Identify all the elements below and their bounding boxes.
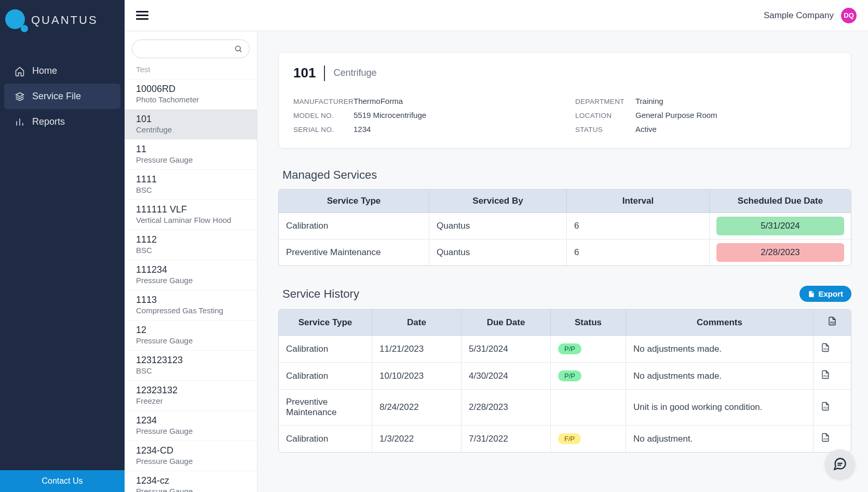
status-label: STATUS bbox=[575, 126, 628, 134]
nav-reports[interactable]: Reports bbox=[4, 109, 120, 135]
table-row: Calibration11/21/20235/31/2024P/PNo adju… bbox=[279, 336, 851, 363]
status: P/P bbox=[551, 336, 626, 363]
service-date: 11/21/2023 bbox=[372, 336, 462, 363]
due-date: 5/31/2024 bbox=[462, 336, 551, 363]
equipment-list-item[interactable]: 101Centrifuge bbox=[125, 109, 257, 139]
equipment-id: 1234 bbox=[136, 415, 246, 426]
status: F/P bbox=[551, 425, 626, 452]
brand-logo: QUANTUS bbox=[0, 0, 125, 43]
table-header: PDF bbox=[813, 310, 851, 336]
pdf-icon[interactable]: PDF bbox=[821, 370, 830, 381]
status-pill: P/P bbox=[558, 370, 581, 381]
location-label: LOCATION bbox=[575, 112, 628, 119]
equipment-id: 1111 bbox=[136, 174, 246, 185]
service-type: Calibration bbox=[279, 336, 372, 363]
serviced-by: Quantus bbox=[429, 213, 567, 240]
table-row: Preventive Maintenance8/24/20222/28/2023… bbox=[279, 390, 851, 425]
equipment-list-item[interactable]: 111111 VLFVertical Laminar Flow Hood bbox=[125, 200, 257, 230]
serviced-by: Quantus bbox=[429, 240, 567, 265]
table-header: Comments bbox=[626, 310, 813, 336]
status-value: Active bbox=[635, 125, 657, 134]
equipment-list-item[interactable]: 111234Pressure Gauge bbox=[125, 260, 257, 290]
manufacturer-value: ThermoForma bbox=[354, 97, 403, 105]
table-header: Date bbox=[372, 310, 462, 336]
nav-label: Service File bbox=[32, 91, 81, 102]
pdf-cell[interactable]: PDF bbox=[813, 363, 851, 390]
equipment-desc: Compressed Gas Testing bbox=[136, 306, 246, 315]
service-type: Preventive Maintenance bbox=[279, 390, 372, 425]
department-value: Training bbox=[635, 97, 663, 105]
comments: No adjustments made. bbox=[626, 336, 813, 363]
equipment-desc: BSC bbox=[136, 366, 246, 375]
equipment-list-item[interactable]: 1112BSC bbox=[125, 230, 257, 260]
table-row: Calibration1/3/20227/31/2022F/PNo adjust… bbox=[279, 425, 851, 452]
equipment-list[interactable]: Test10006RDPhoto Tachometer101Centrifuge… bbox=[125, 64, 257, 492]
table-header: Service Type bbox=[279, 190, 429, 213]
pdf-icon[interactable]: PDF bbox=[821, 402, 830, 413]
pdf-cell[interactable]: PDF bbox=[813, 425, 851, 452]
export-label: Export bbox=[818, 289, 843, 298]
equipment-id: 1113 bbox=[136, 295, 246, 305]
equipment-list-item[interactable]: 123123123BSC bbox=[125, 350, 257, 380]
equipment-id: 11 bbox=[136, 144, 246, 155]
equipment-desc: Vertical Laminar Flow Hood bbox=[136, 216, 246, 224]
svg-text:PDF: PDF bbox=[830, 322, 835, 324]
equipment-id: 1112 bbox=[136, 234, 246, 245]
scheduled-due-date: 5/31/2024 bbox=[710, 213, 851, 240]
status-pill: P/P bbox=[558, 343, 581, 354]
equipment-list-item[interactable]: 10006RDPhoto Tachometer bbox=[125, 79, 257, 109]
equipment-list-item[interactable]: 1113Compressed Gas Testing bbox=[125, 290, 257, 320]
brand-name: QUANTUS bbox=[31, 14, 98, 27]
service-history-title: Service History bbox=[282, 287, 359, 301]
svg-text:PDF: PDF bbox=[823, 438, 828, 441]
equipment-list-item[interactable]: 12323132Freezer bbox=[125, 380, 257, 410]
comments: Unit is in good working condition. bbox=[626, 390, 813, 425]
contact-us-button[interactable]: Contact Us bbox=[0, 470, 125, 492]
nav-service-file[interactable]: Service File bbox=[4, 84, 120, 109]
manufacturer-label: MANUFACTURER bbox=[293, 98, 346, 105]
comments: No adjustment. bbox=[626, 425, 813, 452]
equipment-list-item[interactable]: 1111BSC bbox=[125, 169, 257, 200]
detail-name: Centrifuge bbox=[333, 68, 376, 78]
export-button[interactable]: Export bbox=[799, 286, 851, 302]
equipment-list-item[interactable]: 1234-CDPressure Gauge bbox=[125, 441, 257, 471]
equipment-list-item[interactable]: Test bbox=[125, 65, 257, 79]
status: P/P bbox=[551, 363, 626, 390]
pdf-icon[interactable]: PDF bbox=[821, 343, 830, 354]
equipment-list-item[interactable]: 11Pressure Gauge bbox=[125, 139, 257, 169]
equipment-id: 10006RD bbox=[136, 84, 246, 95]
service-date: 8/24/2022 bbox=[372, 390, 462, 425]
search-icon[interactable] bbox=[234, 45, 242, 53]
equipment-desc: Pressure Gauge bbox=[136, 457, 246, 466]
equipment-desc: Test bbox=[136, 65, 246, 74]
equipment-id: 111111 VLF bbox=[136, 204, 246, 215]
serial-label: SERIAL NO. bbox=[293, 126, 346, 134]
equipment-list-item[interactable]: 12Pressure Gauge bbox=[125, 320, 257, 350]
equipment-search-input[interactable] bbox=[132, 39, 250, 58]
equipment-desc: Photo Tachometer bbox=[136, 95, 246, 104]
equipment-list-item[interactable]: 1234-czPressure Gauge bbox=[125, 471, 257, 492]
pdf-cell[interactable]: PDF bbox=[813, 390, 851, 425]
user-avatar[interactable]: DQ bbox=[841, 8, 857, 23]
table-row: Calibration10/10/20234/30/2024P/PNo adju… bbox=[279, 363, 851, 390]
nav-label: Reports bbox=[32, 116, 65, 127]
due-date: 4/30/2024 bbox=[462, 363, 551, 390]
chat-fab[interactable] bbox=[825, 449, 855, 478]
table-header: Status bbox=[551, 310, 626, 336]
hamburger-icon[interactable] bbox=[136, 10, 148, 21]
detail-id: 101 bbox=[293, 65, 316, 81]
service-type: Calibration bbox=[279, 425, 372, 452]
pdf-icon[interactable]: PDF bbox=[821, 433, 830, 444]
export-icon bbox=[808, 290, 815, 298]
managed-services-title: Managed Services bbox=[282, 168, 851, 182]
equipment-id: 111234 bbox=[136, 264, 246, 275]
equipment-list-panel: Test10006RDPhoto Tachometer101Centrifuge… bbox=[125, 31, 257, 492]
topbar: Sample Company DQ bbox=[125, 0, 868, 31]
due-date-chip: 2/28/2023 bbox=[716, 243, 844, 262]
equipment-list-item[interactable]: 1234Pressure Gauge bbox=[125, 410, 257, 441]
pdf-icon: PDF bbox=[828, 316, 837, 326]
nav-home[interactable]: Home bbox=[4, 58, 120, 84]
table-header: Service Type bbox=[279, 310, 372, 336]
pdf-cell[interactable]: PDF bbox=[813, 336, 851, 363]
table-header: Serviced By bbox=[429, 190, 567, 213]
